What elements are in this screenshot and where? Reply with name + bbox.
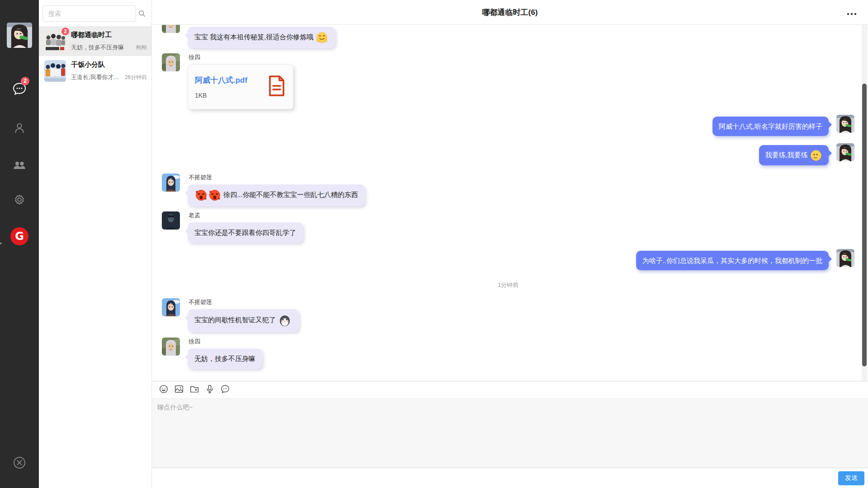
chat-list-panel: 2哪都通临时工无妨，技多不压身嘛刚刚干饭小分队王道长,我看你才...26分钟前 xyxy=(39,0,152,488)
message-sender-name: 不摇碧莲 xyxy=(189,298,212,306)
file-size: 1KB xyxy=(195,92,268,99)
folder-icon xyxy=(189,384,199,396)
sidebar-item-close[interactable] xyxy=(0,455,39,470)
message-avatar[interactable] xyxy=(162,25,180,33)
message-row: 徐四阿威十八式.pdf1KB xyxy=(162,53,854,109)
message-text: 无妨，技多不压身嘛 xyxy=(194,355,255,362)
message-text: 徐四...你能不能不教宝宝一些乱七八糟的东西 xyxy=(222,191,358,198)
message-text: 阿威十八式,听名字就好厉害的样子 xyxy=(719,122,822,130)
message-text: 宝宝的间歇性机智证又犯了 xyxy=(194,316,278,324)
microphone-tool-button[interactable] xyxy=(204,385,215,395)
microphone-icon xyxy=(205,384,215,396)
search-button[interactable] xyxy=(136,6,148,21)
message-row: 我要练,我要练 xyxy=(162,145,854,165)
search-input[interactable] xyxy=(42,5,136,22)
g-logo-icon: G xyxy=(10,227,28,245)
chat-item-last-message: 王道长,我看你才... xyxy=(71,73,123,81)
angry-face-emoji xyxy=(195,189,208,202)
conversation-header: 哪都通临时工(6) xyxy=(152,0,868,25)
folder-tool-button[interactable] xyxy=(189,385,200,395)
send-button[interactable]: 发送 xyxy=(838,471,864,485)
file-name-link[interactable]: 阿威十八式.pdf xyxy=(195,75,268,85)
chat-avatar: 2 xyxy=(44,30,66,52)
message-bubble: 我要练,我要练 xyxy=(759,145,829,165)
message-sender-name: 徐四 xyxy=(189,53,200,61)
message-text: 宝宝你还是不要跟着你四哥乱学了 xyxy=(194,229,296,236)
scrollbar-track[interactable] xyxy=(862,25,867,381)
message-sender-name: 老孟 xyxy=(189,211,200,220)
emoji-icon xyxy=(159,384,169,396)
message-bubble: 宝宝的间歇性机智证又犯了 xyxy=(188,309,299,332)
emoji-tool-button[interactable] xyxy=(158,385,169,395)
chat-item-last-message: 无妨，技多不压身嘛 xyxy=(71,43,134,52)
message-avatar[interactable] xyxy=(162,53,180,71)
message-avatar[interactable] xyxy=(162,174,180,192)
chat-item-time: 刚刚 xyxy=(136,44,147,52)
message-avatar[interactable] xyxy=(836,143,854,161)
message-sender-name: 徐四 xyxy=(189,338,200,346)
message-body: 不摇碧莲 徐四...你能不能不教宝宝一些乱七八糟的东西 xyxy=(188,174,365,206)
composer-toolbar xyxy=(152,381,868,399)
chat-item-subrow: 王道长,我看你才...26分钟前 xyxy=(71,73,147,81)
message-bubble: 无妨，技多不压身嘛 xyxy=(188,348,262,369)
composer: 发送 xyxy=(152,381,868,488)
message-row: 为啥子..你们总说我呆瓜，其实大多的时候，我都机制的一批 xyxy=(162,251,854,270)
chat-list-item[interactable]: 2哪都通临时工无妨，技多不压身嘛刚刚 xyxy=(39,26,151,56)
message-bubble: 徐四...你能不能不教宝宝一些乱七八糟的东西 xyxy=(188,184,365,206)
message-text: 我要练,我要练 xyxy=(765,151,810,159)
sidebar-item-groups[interactable] xyxy=(0,158,39,173)
file-info: 阿威十八式.pdf1KB xyxy=(195,75,268,99)
message-avatar[interactable] xyxy=(836,115,854,133)
time-divider: 1分钟前 xyxy=(162,281,854,289)
message-row: 老孟宝宝你还是不要跟着你四哥乱学了 xyxy=(162,211,854,243)
message-row: 徐四无妨，技多不压身嘛 xyxy=(162,338,854,369)
message-bubble: 为啥子..你们总说我呆瓜，其实大多的时候，我都机制的一批 xyxy=(636,251,829,270)
message-text: 宝宝 我这有本祖传秘笈,很适合你修炼哦 xyxy=(194,33,316,41)
message-row: 阿威十八式,听名字就好厉害的样子 xyxy=(162,117,854,136)
message-sender-name: 不摇碧莲 xyxy=(189,174,212,182)
message-list: 宝宝 我这有本祖传秘笈,很适合你修炼哦 徐四阿威十八式.pdf1KB阿威十八式,… xyxy=(162,27,854,369)
message-bubble: 宝宝 我这有本祖传秘笈,很适合你修炼哦 xyxy=(188,27,335,48)
chat-list-items: 2哪都通临时工无妨，技多不压身嘛刚刚干饭小分队王道长,我看你才...26分钟前 xyxy=(39,26,151,86)
search-row xyxy=(39,0,151,26)
person-icon xyxy=(13,121,26,135)
scrollbar-thumb[interactable] xyxy=(862,84,867,366)
my-profile-avatar[interactable] xyxy=(7,21,32,49)
file-attachment-card[interactable]: 阿威十八式.pdf1KB xyxy=(188,64,293,109)
message-row: 不摇碧莲宝宝的间歇性机智证又犯了 xyxy=(162,298,854,332)
gear-icon xyxy=(13,193,26,207)
blank-face-emoji xyxy=(810,150,822,161)
message-avatar[interactable] xyxy=(836,249,854,267)
sidebar-item-settings[interactable] xyxy=(0,193,39,207)
message-row: 宝宝 我这有本祖传秘笈,很适合你修炼哦 xyxy=(162,27,854,48)
image-tool-button[interactable] xyxy=(174,385,184,395)
message-avatar[interactable] xyxy=(162,298,180,316)
message-icon xyxy=(220,384,230,396)
more-menu-icon[interactable] xyxy=(847,12,857,16)
message-input-zone xyxy=(152,399,868,468)
message-bubble: 宝宝你还是不要跟着你四哥乱学了 xyxy=(188,222,303,243)
message-bubble: 阿威十八式,听名字就好厉害的样子 xyxy=(712,117,829,136)
unread-badge: 2 xyxy=(61,28,69,35)
chat-list-item[interactable]: 干饭小分队王道长,我看你才...26分钟前 xyxy=(39,56,151,86)
collapse-handle-icon[interactable]: ▸ xyxy=(0,239,4,247)
chat-item-title: 干饭小分队 xyxy=(71,61,147,69)
sidebar-item-contacts[interactable] xyxy=(0,121,39,135)
message-tool-button[interactable] xyxy=(220,385,231,395)
message-avatar[interactable] xyxy=(162,211,180,230)
sidebar-item-logo[interactable]: G xyxy=(0,227,39,245)
sidebar-item-chats[interactable] xyxy=(0,81,39,96)
message-body: 不摇碧莲宝宝的间歇性机智证又犯了 xyxy=(188,298,299,332)
message-text: 为啥子..你们总说我呆瓜，其实大多的时候，我都机制的一批 xyxy=(642,257,822,264)
chat-item-title: 哪都通临时工 xyxy=(71,31,147,39)
message-body: 徐四阿威十八式.pdf1KB xyxy=(188,53,293,109)
pdf-file-icon xyxy=(268,75,286,99)
app-window: 2 G ▸ xyxy=(0,0,868,488)
message-avatar[interactable] xyxy=(162,338,180,356)
angry-face-emoji xyxy=(208,189,221,202)
search-icon xyxy=(138,9,146,18)
chat-item-main: 干饭小分队王道长,我看你才...26分钟前 xyxy=(71,61,147,81)
message-row: 不摇碧莲 徐四...你能不能不教宝宝一些乱七八糟的东西 xyxy=(162,174,854,206)
message-body: 徐四无妨，技多不压身嘛 xyxy=(188,338,262,369)
message-input[interactable] xyxy=(152,399,868,468)
